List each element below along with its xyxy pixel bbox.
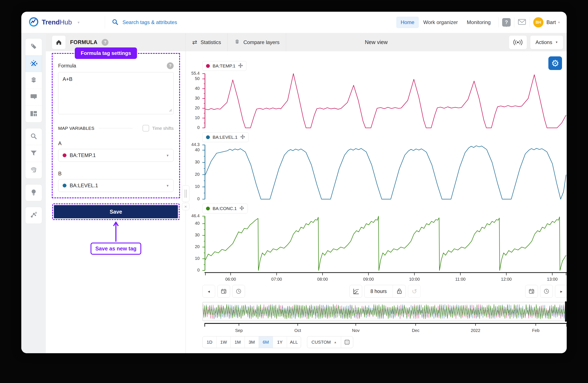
pan-right-button[interactable]: ▸ <box>555 285 567 298</box>
y-tick-label: 20 <box>195 172 200 177</box>
overview-scrub-handle[interactable] <box>565 301 567 322</box>
move-icon[interactable] <box>239 206 244 211</box>
save-highlight-outline: Save <box>52 203 180 220</box>
avatar[interactable]: BH <box>533 17 544 27</box>
sidebar-item-layout[interactable] <box>25 106 42 122</box>
custom-range-button[interactable]: CUSTOM ▲ <box>307 340 341 345</box>
range-buttons-row: 1D 1W 1M 3M 6M 1Y ALL CUSTOM ▲ <box>202 336 567 348</box>
chart-area: ⇄ Statistics Compare layers New view Act… <box>186 33 567 353</box>
user-name[interactable]: Bart <box>546 19 556 25</box>
search-input[interactable] <box>122 19 272 25</box>
overview-strip[interactable] <box>202 302 567 321</box>
nav-item-home[interactable]: Home <box>396 17 419 28</box>
view-title: New view <box>365 39 388 45</box>
legend-chip[interactable]: BA:LEVEL.1 <box>202 132 249 142</box>
brand-chevron-down-icon[interactable]: ▼ <box>77 21 80 24</box>
tooltip-badge: Formula tag settings <box>75 47 137 59</box>
pan-left-button[interactable]: ◂ <box>202 285 215 298</box>
divider <box>530 17 530 27</box>
lock-icon[interactable] <box>393 285 406 297</box>
sidebar-item-layers[interactable] <box>25 72 42 89</box>
end-calendar-button[interactable] <box>525 285 538 298</box>
time-navigation-belt: ◂ 8 hours <box>202 285 567 298</box>
time-window-value[interactable]: 8 hours <box>364 288 393 294</box>
actions-button[interactable]: Actions ▼ <box>530 35 563 49</box>
timeline-month-label: Feb <box>532 328 539 333</box>
range-3m-button[interactable]: 3M <box>245 336 259 348</box>
panel-close-button[interactable]: × <box>182 203 189 210</box>
formula-input[interactable]: A+B <box>58 72 174 114</box>
legend-chip[interactable]: BA:TEMP.1 <box>202 61 247 71</box>
sidebar-item-tags[interactable] <box>25 38 42 55</box>
chevron-down-icon: ▼ <box>166 154 169 157</box>
move-icon[interactable] <box>238 63 243 69</box>
user-chevron-down-icon[interactable]: ▼ <box>558 21 560 24</box>
help-icon[interactable]: ? <box>502 18 511 27</box>
network-graph-icon <box>30 211 37 219</box>
series-name: BA:TEMP.1 <box>213 63 235 69</box>
range-1m-button[interactable]: 1M <box>231 336 245 348</box>
formula-panel: FORMULA ? Formula tag settings Formula ?… <box>46 33 186 353</box>
sidebar-item-formula[interactable]: +÷✱− <box>25 55 42 72</box>
sidebar-item-filter[interactable] <box>25 145 42 162</box>
end-time-button[interactable] <box>540 285 553 298</box>
mail-icon[interactable] <box>518 19 526 26</box>
home-button[interactable] <box>52 35 66 49</box>
range-1d-button[interactable]: 1D <box>203 336 217 348</box>
fit-range-icon[interactable] <box>341 336 353 348</box>
panel-title: FORMULA <box>70 39 97 45</box>
layout-grid-icon <box>30 111 37 117</box>
series-name: BA:LEVEL.1 <box>213 135 237 140</box>
move-icon[interactable] <box>240 134 245 140</box>
range-1y-button[interactable]: 1Y <box>273 336 287 348</box>
start-calendar-button[interactable] <box>217 285 230 298</box>
start-time-button[interactable] <box>232 285 245 298</box>
variable-a-select[interactable]: BA:TEMP.1 ▼ <box>58 149 174 162</box>
time-shifts-checkbox[interactable] <box>143 125 149 132</box>
sidebar-item-relations[interactable] <box>25 207 42 224</box>
y-tick-label: 44.3 <box>191 142 200 147</box>
y-tick-label: 0 <box>197 268 200 273</box>
range-1w-button[interactable]: 1W <box>217 336 231 348</box>
topbar: TrendHub ▼ Home Work organizer Monitorin… <box>21 12 567 33</box>
y-tick-label: 10 <box>195 256 200 261</box>
x-tick-label: 11:00 <box>455 277 466 282</box>
live-mode-button[interactable] <box>509 35 527 49</box>
x-tick-label: 06:00 <box>225 277 236 282</box>
sidebar-item-suggestions[interactable] <box>25 185 42 201</box>
interpolation-type-button[interactable] <box>349 285 362 298</box>
layers-icon <box>234 39 240 46</box>
sidebar-item-comments[interactable] <box>25 89 42 106</box>
panel-resize-handle[interactable] <box>182 185 189 202</box>
chart-body: ⚙ BA:TEMP.1 55.450403020100 <box>186 51 567 353</box>
brand[interactable]: TrendHub ▼ <box>21 17 105 28</box>
series-color-dot <box>206 135 210 139</box>
nav-item-monitoring[interactable]: Monitoring <box>462 17 495 28</box>
save-button[interactable]: Save <box>54 205 178 218</box>
history-undo-button[interactable]: ↺ <box>408 285 421 298</box>
trendhub-logo-icon <box>29 17 39 28</box>
formula-help-icon[interactable]: ? <box>102 39 108 46</box>
svg-text:✱: ✱ <box>36 62 37 65</box>
sidebar-item-fingerprint[interactable] <box>25 162 42 178</box>
y-tick-label: 0 <box>197 196 200 201</box>
statistics-button[interactable]: ⇄ Statistics <box>186 33 228 51</box>
variable-b-label: B <box>58 171 174 177</box>
resize-grip-icon[interactable] <box>169 109 172 113</box>
timeline-month-label: Sep <box>235 328 243 333</box>
variable-b-select[interactable]: BA:LEVEL.1 ▼ <box>58 179 174 192</box>
x-tick-label: 07:00 <box>271 277 282 282</box>
nav-item-work-organizer[interactable]: Work organizer <box>419 17 462 28</box>
x-tick-label: 08:00 <box>317 277 328 282</box>
formula-field-help-icon[interactable]: ? <box>167 62 174 69</box>
legend-chip[interactable]: BA:CONC.1 <box>202 204 248 213</box>
y-tick-label: 46.4 <box>191 213 200 218</box>
divider <box>499 17 499 27</box>
chart-settings-gear-button[interactable]: ⚙ <box>548 56 562 70</box>
compare-layers-button[interactable]: Compare layers <box>228 33 286 51</box>
range-6m-button[interactable]: 6M <box>259 336 273 348</box>
sidebar-item-search[interactable] <box>25 128 42 145</box>
chart-header: ⇄ Statistics Compare layers New view Act… <box>186 33 567 51</box>
y-tick-label: 0 <box>197 125 200 130</box>
range-all-button[interactable]: ALL <box>287 336 301 348</box>
